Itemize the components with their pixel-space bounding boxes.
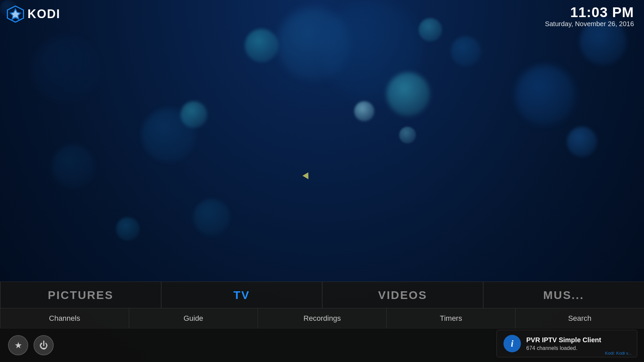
nav-label-pictures: PICTURES — [48, 289, 114, 302]
sub-nav-timers[interactable]: Timers — [387, 308, 516, 328]
clock-date: Saturday, November 26, 2016 — [545, 20, 634, 28]
sub-nav-recordings[interactable]: Recordings — [258, 308, 387, 328]
power-button[interactable]: ⏻ — [34, 335, 54, 355]
sub-nav-channels[interactable]: Channels — [0, 308, 129, 328]
nav-label-videos: VIDEOS — [378, 289, 427, 302]
sub-nav-label-search: Search — [568, 314, 592, 323]
clock-area: 11:03 PM Saturday, November 26, 2016 — [545, 5, 634, 28]
sub-nav: Channels Guide Recordings Timers Search — [0, 308, 644, 328]
notification: i PVR IPTV Simple Client 674 channels lo… — [496, 330, 637, 357]
sub-nav-label-guide: Guide — [183, 314, 203, 323]
notification-icon: i — [503, 335, 521, 352]
main-nav: PICTURES TV VIDEOS MUS... — [0, 282, 644, 308]
kodi-logo: KODI — [7, 5, 60, 23]
kodi-icon — [7, 5, 24, 23]
clock-time: 11:03 PM — [545, 5, 634, 20]
favorites-button[interactable]: ★ — [8, 335, 28, 355]
nav-item-music[interactable]: MUS... — [483, 282, 644, 308]
nav-item-pictures[interactable]: PICTURES — [0, 282, 161, 308]
sub-nav-label-timers: Timers — [440, 314, 462, 323]
sub-nav-label-recordings: Recordings — [304, 314, 341, 323]
nav-item-tv[interactable]: TV — [161, 282, 322, 308]
sub-nav-search[interactable]: Search — [516, 308, 644, 328]
nav-item-videos[interactable]: VIDEOS — [322, 282, 483, 308]
sub-nav-guide[interactable]: Guide — [129, 308, 258, 328]
nav-label-music: MUS... — [543, 289, 584, 302]
power-icon: ⏻ — [39, 340, 48, 351]
sub-nav-label-channels: Channels — [49, 314, 80, 323]
notification-body: 674 channels loaded. — [526, 345, 601, 351]
notification-text: PVR IPTV Simple Client 674 channels load… — [526, 336, 601, 351]
nav-label-tv: TV — [233, 289, 250, 302]
notification-title: PVR IPTV Simple Client — [526, 336, 601, 344]
star-icon: ★ — [14, 340, 22, 351]
app-name: KODI — [28, 7, 60, 21]
notification-kodi-label: Kodi: Kodi v... — [605, 351, 632, 356]
